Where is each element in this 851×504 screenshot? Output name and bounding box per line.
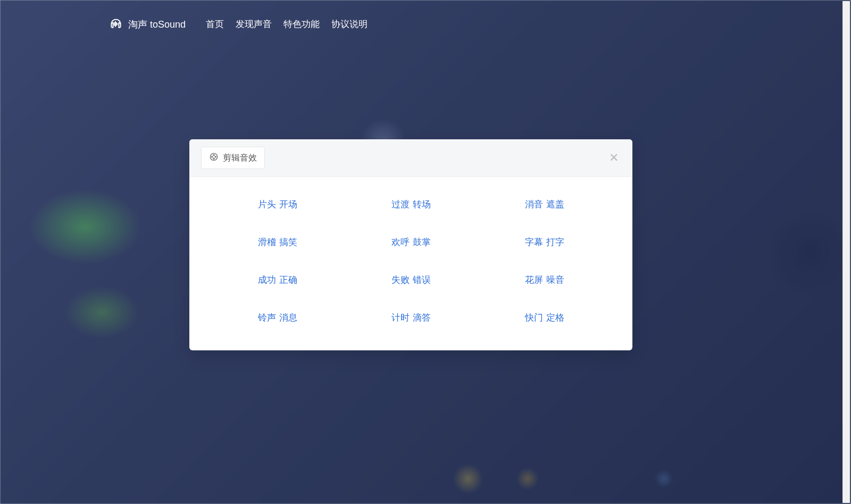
tag-mute[interactable]: 消音遮盖 <box>488 198 600 211</box>
top-nav: 淘声 toSound 首页 发现声音 特色功能 协议说明 <box>0 0 851 32</box>
nav-home[interactable]: 首页 <box>206 18 224 30</box>
tag-glitch[interactable]: 花屏噪音 <box>488 274 600 286</box>
brand[interactable]: 淘声 toSound <box>109 16 186 32</box>
svg-point-7 <box>215 156 216 157</box>
tab-label: 剪辑音效 <box>223 153 257 164</box>
tag-funny[interactable]: 滑稽搞笑 <box>221 236 333 248</box>
tag-cheer[interactable]: 欢呼鼓掌 <box>355 236 467 248</box>
close-icon: ✕ <box>609 151 619 164</box>
page-viewport: 淘声 toSound 首页 发现声音 特色功能 协议说明 <box>0 0 851 504</box>
svg-point-6 <box>211 156 212 157</box>
nav-discover[interactable]: 发现声音 <box>236 18 272 30</box>
close-button[interactable]: ✕ <box>607 150 621 166</box>
brand-name: 淘声 toSound <box>128 18 186 31</box>
card-body: 片头开场 过渡转场 消音遮盖 滑稽搞笑 欢呼鼓掌 字幕打字 成功正确 失败错误 … <box>189 177 632 350</box>
scrollbar[interactable] <box>842 1 850 503</box>
brand-logo-icon <box>109 16 123 32</box>
film-reel-icon <box>209 152 219 164</box>
svg-point-8 <box>213 158 214 159</box>
tag-subtitle[interactable]: 字幕打字 <box>488 236 600 248</box>
tag-grid: 片头开场 过渡转场 消音遮盖 滑稽搞笑 欢呼鼓掌 字幕打字 成功正确 失败错误 … <box>221 198 600 324</box>
tag-timer[interactable]: 计时滴答 <box>355 312 467 324</box>
tag-intro[interactable]: 片头开场 <box>221 198 333 211</box>
category-card: 剪辑音效 ✕ 片头开场 过渡转场 消音遮盖 滑稽搞笑 欢呼鼓掌 字幕打字 成功正… <box>189 139 632 350</box>
tag-fail[interactable]: 失败错误 <box>355 274 467 286</box>
nav-links: 首页 发现声音 特色功能 协议说明 <box>206 18 368 30</box>
tag-shutter[interactable]: 快门定格 <box>488 312 600 324</box>
tab-editing-sfx[interactable]: 剪辑音效 <box>201 147 265 169</box>
tag-success[interactable]: 成功正确 <box>221 274 333 286</box>
tag-ringtone[interactable]: 铃声消息 <box>221 312 333 324</box>
tag-transition[interactable]: 过渡转场 <box>355 198 467 211</box>
nav-license[interactable]: 协议说明 <box>331 18 368 30</box>
card-header: 剪辑音效 ✕ <box>189 139 632 177</box>
nav-features[interactable]: 特色功能 <box>283 18 320 30</box>
svg-point-5 <box>213 154 214 155</box>
